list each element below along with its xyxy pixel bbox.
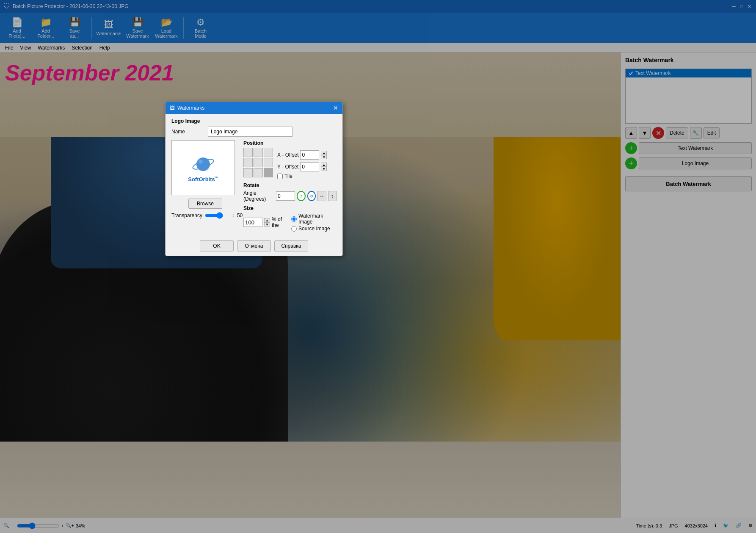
modal-close-button[interactable]: ✕ [333, 105, 338, 111]
pos-mc[interactable] [254, 158, 263, 167]
modal-left-col: SoftOrbits™ Browse Transparency 50 [171, 140, 239, 232]
modal-title: Watermarks [177, 105, 204, 111]
angle-input[interactable] [276, 191, 295, 201]
source-image-radio[interactable] [291, 226, 297, 232]
y-offset-row: Y - Offset ▲ ▼ [277, 162, 327, 171]
rotate-flip-h-button[interactable]: ↔ [317, 191, 326, 201]
watermark-image-radio[interactable] [291, 216, 297, 222]
rotate-row: Angle (Degrees) ↺ ↻ ↔ ↕ [243, 190, 337, 202]
name-input[interactable] [208, 127, 292, 137]
x-offset-up[interactable]: ▲ [321, 151, 327, 155]
size-label: Size [243, 205, 337, 211]
rotate-flip-v-button[interactable]: ↕ [328, 191, 337, 201]
transparency-row: Transparency 50 [171, 212, 239, 219]
pos-tc[interactable] [254, 148, 263, 157]
rotate-label: Rotate [243, 182, 337, 188]
position-label: Position [243, 140, 337, 146]
modal-titlebar: 🖼 Watermarks ✕ [166, 102, 342, 114]
pos-mr[interactable] [264, 158, 273, 167]
y-offset-up[interactable]: ▲ [321, 163, 327, 167]
y-offset-label: Y - Offset [277, 164, 298, 170]
modal-right-col: Position [239, 140, 337, 232]
x-offset-input[interactable] [300, 150, 319, 160]
softorbits-logo: SoftOrbits™ [188, 152, 218, 182]
modal-icon: 🖼 [170, 105, 175, 111]
help-button[interactable]: Справка [274, 240, 308, 251]
modal-content-body: SoftOrbits™ Browse Transparency 50 Posit… [171, 140, 337, 232]
x-offset-label: X - Offset [277, 152, 298, 158]
rotate-ccw-button[interactable]: ↺ [297, 191, 306, 201]
logo-brand-text: SoftOrbits™ [188, 176, 218, 182]
svg-point-2 [199, 160, 203, 164]
tile-row: Tile [277, 173, 327, 179]
source-image-radio-item: Source Image [291, 226, 337, 232]
size-down[interactable]: ▼ [264, 222, 270, 226]
size-section: Size ▲ ▼ % of the Watermark [243, 205, 337, 232]
modal-section-title: Logo Image [171, 118, 337, 124]
x-offset-down[interactable]: ▼ [321, 155, 327, 159]
x-offset-spinbox: ▲ ▼ [321, 151, 327, 159]
modal-title-left: 🖼 Watermarks [170, 105, 204, 111]
browse-button[interactable]: Browse [188, 199, 222, 209]
tile-label: Tile [284, 173, 292, 179]
size-spinbox: ▲ ▼ [264, 218, 270, 226]
transparency-slider[interactable] [205, 212, 235, 219]
x-offset-row: X - Offset ▲ ▼ [277, 150, 327, 160]
transparency-label: Transparency [171, 213, 202, 218]
tile-checkbox[interactable] [277, 174, 283, 179]
modal-footer: OK Отмена Справка [166, 236, 342, 256]
logo-preview: SoftOrbits™ [171, 140, 235, 195]
pos-bc[interactable] [254, 168, 263, 177]
rotate-cw-button[interactable]: ↻ [307, 191, 316, 201]
modal-overlay: 🖼 Watermarks ✕ Logo Image Name [0, 0, 756, 533]
size-row: ▲ ▼ % of the Watermark Image [243, 213, 337, 232]
position-grid [243, 148, 273, 177]
name-label: Name [171, 129, 205, 135]
planet-svg [191, 152, 215, 176]
ok-button[interactable]: OK [200, 240, 234, 251]
rotate-section: Rotate Angle (Degrees) ↺ ↻ ↔ ↕ [243, 182, 337, 202]
size-up[interactable]: ▲ [264, 218, 270, 222]
source-image-label: Source Image [298, 226, 330, 232]
watermark-image-label: Watermark Image [298, 213, 337, 225]
size-input[interactable] [243, 218, 262, 227]
position-area: X - Offset ▲ ▼ Y - Offset [243, 148, 337, 179]
y-offset-down[interactable]: ▼ [321, 167, 327, 171]
angle-label: Angle (Degrees) [243, 190, 274, 202]
watermark-image-radio-item: Watermark Image [291, 213, 337, 225]
y-offset-input[interactable] [300, 162, 319, 171]
offset-controls: X - Offset ▲ ▼ Y - Offset [277, 148, 327, 179]
percent-label: % of the [272, 216, 290, 228]
name-row: Name [171, 127, 337, 137]
watermarks-modal: 🖼 Watermarks ✕ Logo Image Name [165, 102, 343, 256]
pos-tr[interactable] [264, 148, 273, 157]
size-radio-group: Watermark Image Source Image [291, 213, 337, 232]
pos-ml[interactable] [243, 158, 253, 167]
y-offset-spinbox: ▲ ▼ [321, 163, 327, 171]
pos-br[interactable] [264, 168, 273, 177]
cancel-button[interactable]: Отмена [237, 240, 271, 251]
modal-body: Logo Image Name [166, 114, 342, 236]
pos-tl[interactable] [243, 148, 253, 157]
pos-bl[interactable] [243, 168, 253, 177]
